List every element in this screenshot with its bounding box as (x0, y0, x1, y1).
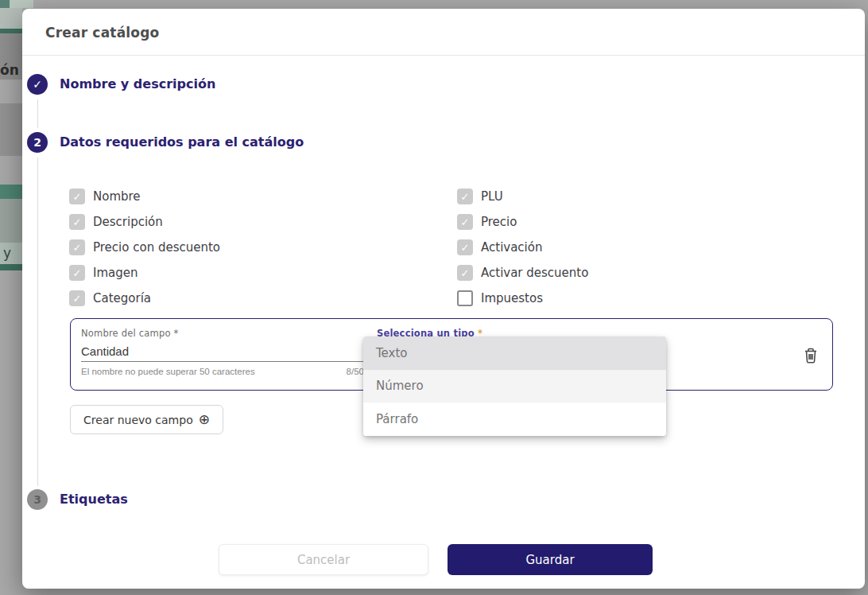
create-field-label: Crear nuevo campo (83, 414, 193, 426)
delete-field-button[interactable] (800, 345, 821, 366)
save-label: Guardar (525, 553, 574, 567)
check-icon: ✓ (461, 242, 470, 254)
step-3-number: 3 (33, 493, 41, 506)
checkbox-label: Precio (481, 215, 517, 229)
checkbox-label: Descripción (93, 215, 163, 229)
checkbox-plu: ✓ (457, 189, 473, 204)
step-3-circle[interactable]: 3 (27, 489, 48, 510)
check-icon: ✓ (73, 293, 82, 305)
checkbox-row: ✓ Precio (457, 213, 517, 231)
checkbox-label: Activar descuento (481, 266, 588, 280)
stepper-connector (37, 99, 38, 128)
field-name-input[interactable] (81, 341, 364, 362)
create-catalog-modal: Crear catálogo ✓ Nombre y descripción 2 … (22, 9, 865, 589)
background-strip (0, 199, 22, 243)
background-strip (0, 8, 22, 29)
step-2-circle[interactable]: 2 (27, 132, 48, 153)
modal-title: Crear catálogo (45, 25, 159, 41)
background-text-fragment: y (3, 245, 11, 261)
check-icon: ✓ (33, 78, 42, 91)
checkbox-row: ✓ Descripción (69, 213, 163, 231)
check-icon: ✓ (461, 267, 470, 279)
checkbox-label: Impuestos (481, 291, 543, 305)
checkbox-imagen: ✓ (69, 265, 85, 281)
menu-option-texto[interactable]: Texto (363, 336, 666, 370)
plus-circle-icon: ⊕ (199, 413, 210, 426)
field-helper-text: El nombre no puede superar 50 caracteres (81, 367, 255, 376)
save-button[interactable]: Guardar (448, 544, 653, 575)
checkbox-row: ✓ PLU (457, 188, 503, 205)
background-topbar-light (10, 0, 33, 8)
checkbox-row: ✓ Activar descuento (457, 264, 588, 282)
cancel-label: Cancelar (297, 553, 350, 567)
checkbox-precio: ✓ (457, 214, 473, 230)
checkbox-impuestos[interactable] (457, 290, 473, 306)
checkbox-label: Nombre (93, 189, 141, 204)
background-text-fragment: ón (0, 62, 19, 78)
checkbox-label: Imagen (93, 266, 138, 280)
check-icon: ✓ (461, 216, 470, 228)
stepper-connector (37, 158, 38, 486)
checkbox-categoria: ✓ (69, 290, 85, 306)
checkbox-row: ✓ Nombre (69, 188, 141, 205)
checkbox-row: ✓ Categoría (69, 290, 151, 307)
step-1-circle[interactable]: ✓ (27, 74, 48, 95)
checkbox-label: Categoría (93, 291, 151, 305)
background-topbar (0, 0, 10, 8)
background-strip (0, 264, 22, 270)
check-icon: ✓ (73, 216, 82, 228)
check-icon: ✓ (461, 191, 470, 203)
checkbox-precio-con-descuento: ✓ (69, 239, 85, 255)
checkbox-label: Activación (481, 240, 542, 255)
checkbox-row: ✓ Activación (457, 239, 542, 256)
step-2-number: 2 (33, 136, 41, 149)
field-name-label: Nombre del campo * (81, 328, 179, 339)
cancel-button[interactable]: Cancelar (219, 544, 428, 575)
step-3-label[interactable]: Etiquetas (60, 492, 128, 507)
menu-option-numero[interactable]: Número (363, 370, 666, 403)
checkbox-descripcion: ✓ (69, 214, 85, 230)
check-icon: ✓ (73, 191, 82, 203)
step-2-label[interactable]: Datos requeridos para el catálogo (60, 134, 304, 150)
checkbox-label: Precio con descuento (93, 240, 220, 255)
check-icon: ✓ (73, 267, 82, 279)
create-field-button[interactable]: Crear nuevo campo ⊕ (70, 405, 223, 434)
check-icon: ✓ (73, 242, 82, 254)
step-1-label[interactable]: Nombre y descripción (60, 76, 215, 91)
checkbox-row: ✓ Imagen (69, 264, 138, 282)
modal-header: Crear catálogo (22, 9, 865, 56)
checkbox-row: ✓ Precio con descuento (69, 239, 220, 256)
checkbox-activacion: ✓ (457, 239, 473, 255)
menu-option-parrafo[interactable]: Párrafo (363, 402, 666, 436)
type-select-menu: Texto Número Párrafo (363, 336, 666, 436)
trash-icon (803, 347, 819, 364)
checkbox-row: Impuestos (457, 290, 543, 307)
checkbox-nombre: ✓ (69, 189, 85, 204)
checkbox-label: PLU (481, 189, 503, 204)
background-strip (0, 103, 22, 156)
char-counter: 8/50 (325, 367, 364, 376)
checkbox-activar-descuento: ✓ (457, 265, 473, 281)
background-strip (0, 185, 22, 199)
